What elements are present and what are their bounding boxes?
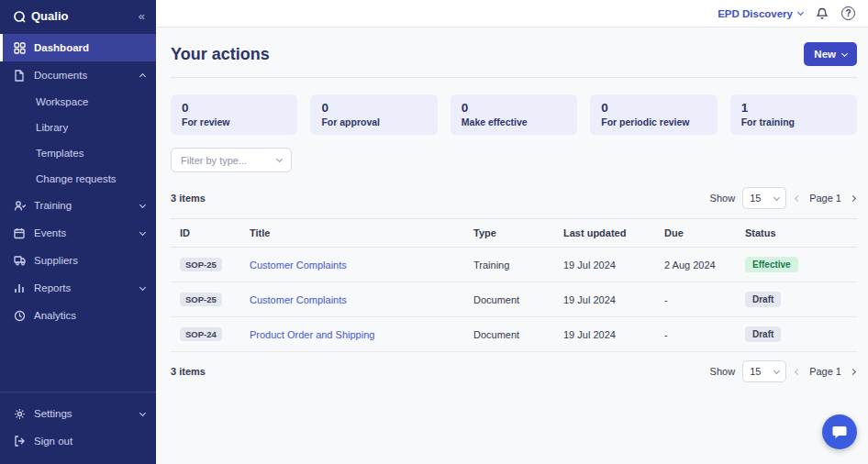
stat-card-make-effective[interactable]: 0 Make effective	[451, 94, 577, 135]
doc-due: -	[657, 317, 738, 352]
sidebar-item-library[interactable]: Library	[0, 115, 156, 140]
sidebar-item-reports[interactable]: Reports	[0, 274, 156, 302]
content: Your actions New 0 For review 0 For appr…	[156, 28, 868, 464]
new-button-label: New	[814, 49, 836, 60]
chat-bubble-icon	[831, 424, 848, 440]
main-area: EPD Discovery ? Your actions New 0 Fo	[156, 0, 868, 464]
next-page-button[interactable]	[849, 370, 857, 374]
table-row: SOP-25 Customer Complaints Document 19 J…	[171, 282, 857, 317]
column-header-type: Type	[466, 219, 556, 248]
stat-card-for-periodic-review[interactable]: 0 For periodic review	[590, 94, 717, 135]
page-size-select[interactable]: 15	[742, 360, 786, 382]
table-row: SOP-25 Customer Complaints Training 19 J…	[171, 248, 857, 282]
doc-last-updated: 19 Jul 2024	[556, 282, 657, 317]
stat-card-for-review[interactable]: 0 For review	[171, 94, 297, 135]
sidebar-item-label: Events	[34, 227, 132, 238]
chevron-down-icon	[139, 228, 146, 235]
calendar-icon	[13, 227, 26, 239]
doc-type: Document	[466, 282, 556, 317]
status-badge: Draft	[745, 326, 781, 342]
notifications-bell-icon[interactable]	[816, 7, 829, 20]
sign-out-icon	[13, 436, 26, 447]
page-indicator: Page 1	[809, 366, 841, 377]
sub-item-label: Change requests	[36, 173, 117, 184]
sidebar-item-label: Suppliers	[34, 255, 145, 266]
app-window: Qualio « Dashboard Documents Workspace L…	[0, 0, 868, 464]
doc-title-link[interactable]: Customer Complaints	[250, 260, 347, 271]
chevron-down-icon	[773, 193, 780, 200]
stat-value: 0	[601, 101, 706, 115]
dashboard-icon	[13, 42, 26, 54]
new-button[interactable]: New	[804, 42, 857, 66]
sidebar-item-label: Settings	[34, 408, 132, 419]
status-badge: Draft	[745, 292, 781, 307]
page-size-select[interactable]: 15	[742, 187, 786, 209]
doc-due: -	[657, 282, 738, 317]
chevron-down-icon	[797, 9, 804, 16]
sidebar-spacer	[0, 329, 156, 384]
stat-label: Make effective	[462, 116, 566, 127]
stat-label: For approval	[321, 116, 426, 127]
filter-by-type-select[interactable]: Filter by type...	[171, 148, 292, 172]
next-page-button[interactable]	[849, 196, 857, 201]
sub-item-label: Workspace	[36, 96, 88, 107]
stat-label: For review	[182, 116, 286, 127]
chevron-up-icon	[139, 72, 146, 79]
sidebar-item-documents[interactable]: Documents	[0, 61, 156, 89]
doc-last-updated: 19 Jul 2024	[556, 248, 657, 282]
show-label: Show	[710, 366, 736, 377]
sidebar-item-events[interactable]: Events	[0, 219, 156, 247]
gear-icon	[13, 408, 26, 420]
org-name: EPD Discovery	[718, 8, 793, 19]
doc-due: 2 Aug 2024	[657, 248, 738, 282]
sidebar-item-suppliers[interactable]: Suppliers	[0, 247, 156, 274]
doc-type: Document	[466, 317, 556, 352]
sidebar-bottom: Settings Sign out	[0, 392, 156, 455]
doc-id-badge: SOP-25	[180, 258, 222, 271]
stat-card-for-training[interactable]: 1 For training	[730, 94, 857, 135]
sidebar-item-label: Dashboard	[34, 42, 145, 53]
list-meta-bottom: 3 items Show 15 Page 1	[171, 360, 857, 382]
page-size-value: 15	[750, 366, 761, 377]
qualio-logo: Qualio	[13, 9, 68, 23]
stats-row: 0 For review 0 For approval 0 Make effec…	[171, 94, 857, 135]
column-header-due: Due	[657, 219, 738, 248]
help-icon[interactable]: ?	[841, 6, 855, 20]
sidebar-item-settings[interactable]: Settings	[0, 400, 156, 427]
chat-widget-button[interactable]	[822, 414, 857, 449]
stat-card-for-approval[interactable]: 0 For approval	[310, 94, 437, 135]
show-label: Show	[710, 193, 736, 204]
sidebar-item-analytics[interactable]: Analytics	[0, 302, 156, 329]
doc-title-link[interactable]: Customer Complaints	[250, 294, 347, 305]
org-switcher[interactable]: EPD Discovery	[718, 8, 803, 19]
column-header-last-updated: Last updated	[556, 219, 657, 248]
doc-title-link[interactable]: Product Order and Shipping	[250, 329, 374, 340]
prev-page-button[interactable]	[794, 196, 802, 201]
doc-type: Training	[466, 248, 556, 282]
status-badge: Effective	[745, 257, 798, 272]
sidebar-item-sign-out[interactable]: Sign out	[0, 427, 156, 455]
qualio-logo-icon	[13, 10, 26, 23]
doc-id-badge: SOP-24	[180, 327, 222, 341]
stat-label: For periodic review	[601, 116, 706, 127]
stat-label: For training	[741, 116, 846, 127]
sidebar-item-dashboard[interactable]: Dashboard	[0, 34, 156, 61]
title-row: Your actions New	[171, 39, 857, 77]
chevron-down-icon	[139, 201, 146, 207]
column-header-status: Status	[738, 219, 857, 248]
sub-item-label: Library	[36, 122, 68, 133]
table-row: SOP-24 Product Order and Shipping Docume…	[171, 317, 857, 352]
sidebar-collapse-button[interactable]: «	[139, 9, 145, 23]
stat-value: 0	[182, 101, 286, 115]
pagination-bottom: Show 15 Page 1	[710, 360, 857, 382]
prev-page-button[interactable]	[794, 370, 802, 374]
sidebar-item-templates[interactable]: Templates	[0, 140, 156, 166]
sub-item-label: Templates	[36, 148, 83, 159]
items-count: 3 items	[171, 193, 206, 204]
items-count: 3 items	[171, 366, 206, 377]
sidebar-item-change-requests[interactable]: Change requests	[0, 166, 156, 192]
sidebar-item-workspace[interactable]: Workspace	[0, 89, 156, 115]
doc-last-updated: 19 Jul 2024	[556, 317, 657, 352]
sidebar-item-training[interactable]: Training	[0, 192, 156, 219]
page-title: Your actions	[171, 45, 270, 64]
